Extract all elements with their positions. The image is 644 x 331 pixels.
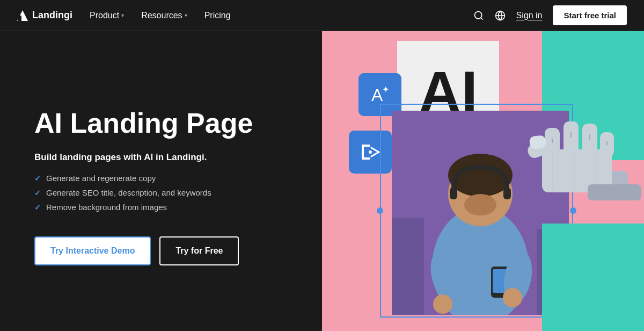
svg-point-2: [474, 11, 481, 18]
ai-icon-block: A ✦: [358, 73, 401, 116]
logo-icon: [17, 10, 28, 21]
svg-line-11: [371, 148, 379, 152]
feature-text-1: Generate and regenerate copy: [46, 174, 156, 183]
product-nav-link[interactable]: Product ▾: [90, 11, 124, 20]
svg-text:A: A: [371, 85, 383, 105]
hero-left: AI Landing Page Build landing pages with…: [0, 31, 322, 331]
main-content: AI Landing Page Build landing pages with…: [0, 31, 644, 331]
svg-rect-19: [450, 188, 457, 199]
search-icon: [473, 10, 484, 21]
svg-point-18: [464, 194, 496, 215]
svg-rect-32: [564, 121, 579, 155]
logo-text: Landingi: [32, 10, 72, 21]
cta-buttons: Try Interactive Demo Try for Free: [34, 236, 296, 265]
svg-rect-10: [362, 157, 370, 160]
pricing-nav-link[interactable]: Pricing: [204, 11, 231, 20]
feature-text-3: Remove background from images: [46, 203, 167, 212]
svg-rect-23: [392, 218, 424, 315]
product-chevron-icon: ▾: [121, 12, 124, 18]
svg-point-27: [433, 294, 452, 314]
scissors-icon: [358, 140, 382, 164]
resources-nav-link[interactable]: Resources ▾: [141, 11, 187, 20]
svg-line-3: [480, 17, 482, 19]
robot-arm: [510, 96, 644, 235]
check-icon-3: ✓: [34, 203, 41, 212]
pricing-label: Pricing: [204, 11, 231, 20]
feature-text-2: Generate SEO title, description, and key…: [46, 188, 211, 197]
svg-rect-43: [588, 184, 641, 200]
globe-button[interactable]: [495, 10, 506, 21]
svg-rect-8: [362, 145, 364, 160]
navbar: Landingi Product ▾ Resources ▾ Pricing: [0, 0, 644, 31]
svg-rect-1: [18, 16, 21, 21]
product-label: Product: [90, 11, 119, 20]
logo[interactable]: Landingi: [17, 10, 72, 21]
feature-item-1: ✓ Generate and regenerate copy: [34, 174, 296, 183]
try-for-free-button[interactable]: Try for Free: [159, 236, 239, 265]
svg-point-28: [503, 288, 522, 307]
svg-rect-9: [362, 145, 370, 147]
nav-right: Sign in Start free trial: [473, 5, 627, 25]
svg-rect-44: [529, 135, 546, 149]
search-button[interactable]: [473, 10, 484, 21]
hero-subtitle: Build landing pages with AI in Landingi.: [34, 152, 296, 163]
hero-right: AI A ✦: [322, 31, 644, 331]
scissors-icon-block: [349, 131, 392, 174]
resources-label: Resources: [141, 11, 182, 20]
ai-star-icon: A ✦: [368, 83, 392, 106]
check-icon-2: ✓: [34, 189, 41, 197]
hero-title: AI Landing Page: [34, 107, 296, 140]
feature-item-3: ✓ Remove background from images: [34, 203, 296, 212]
teal-block-bottom: [542, 224, 644, 331]
resources-chevron-icon: ▾: [185, 12, 187, 18]
features-list: ✓ Generate and regenerate copy ✓ Generat…: [34, 174, 296, 217]
start-trial-button[interactable]: Start free trial: [553, 5, 627, 25]
svg-point-13: [369, 150, 372, 154]
check-icon-1: ✓: [34, 174, 41, 183]
nav-left: Landingi Product ▾ Resources ▾ Pricing: [17, 10, 231, 21]
sign-in-button[interactable]: Sign in: [516, 11, 543, 20]
feature-item-2: ✓ Generate SEO title, description, and k…: [34, 188, 296, 197]
try-interactive-demo-button[interactable]: Try Interactive Demo: [34, 236, 151, 265]
svg-line-12: [371, 152, 379, 156]
robot-hand-svg: [510, 96, 644, 235]
globe-icon: [495, 10, 506, 21]
svg-text:✦: ✦: [382, 85, 389, 94]
